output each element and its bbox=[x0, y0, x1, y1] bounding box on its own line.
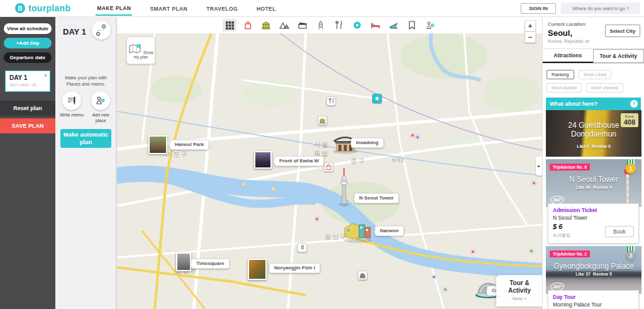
n-seoul-tower-photo: TripAdvisor No. 8 1 N Seoul Tower Like 4… bbox=[546, 159, 641, 207]
poi-dot[interactable] bbox=[242, 183, 245, 186]
sign-in-button[interactable]: SIGN IN bbox=[521, 3, 556, 14]
product-type: Admission Ticket bbox=[553, 207, 634, 213]
memo-icon bbox=[66, 95, 77, 106]
panel-expand-handle[interactable]: ► bbox=[536, 157, 542, 176]
all-categories-icon[interactable] bbox=[223, 19, 236, 31]
overlay-more-link[interactable]: More > bbox=[496, 296, 542, 301]
poi-dot[interactable] bbox=[416, 135, 419, 139]
filter-most-viewed[interactable]: Most Viewed bbox=[586, 83, 623, 93]
route-plan-button[interactable] bbox=[92, 21, 111, 40]
tab-tour-activity[interactable]: Tour & Activity bbox=[593, 49, 644, 63]
poi-dot[interactable] bbox=[432, 275, 436, 279]
selected-place-poi-icon[interactable] bbox=[372, 94, 382, 103]
schedule-sidebar: View all schedule +Add Day Departure dat… bbox=[0, 17, 55, 309]
place-label-insadong[interactable]: Insadong bbox=[351, 138, 384, 148]
attraction-card-gyeongbokgung[interactable]: TripAdvisor No. 2 2 Gyeongbokgung Palace… bbox=[546, 246, 641, 309]
filter-ranking[interactable]: Ranking bbox=[547, 70, 574, 79]
nav-smart-plan[interactable]: SMART PLAN bbox=[148, 1, 189, 15]
write-memo-label: Write memo bbox=[59, 113, 84, 118]
district-label-mapo: 마포구 bbox=[165, 150, 188, 159]
place-label-noryangjin[interactable]: Noryangjin Fish I bbox=[269, 263, 320, 273]
n-seoul-tower-3d-icon[interactable] bbox=[338, 168, 350, 207]
poi-dot[interactable] bbox=[532, 181, 536, 185]
product-panel: Admission Ticket N Seoul Tower $ 6 트래블립 … bbox=[548, 203, 639, 244]
card-title: N Seoul Tower bbox=[546, 176, 641, 184]
shopping-icon[interactable] bbox=[241, 19, 255, 31]
help-icon[interactable]: ? bbox=[630, 100, 638, 108]
place-icon[interactable] bbox=[350, 19, 364, 31]
day-panel-hint: Make your plan with Places and memo. bbox=[60, 75, 111, 87]
bookmark-icon[interactable] bbox=[405, 19, 419, 31]
place-label-itaewon[interactable]: Itaewon bbox=[375, 226, 404, 236]
poi-dot[interactable] bbox=[315, 217, 319, 221]
place-label-timesquare[interactable]: Timesquare bbox=[191, 259, 230, 269]
restaurant-icon[interactable] bbox=[332, 19, 346, 31]
poi-dot[interactable] bbox=[443, 288, 447, 291]
timesquare-thumbnail[interactable] bbox=[176, 252, 191, 271]
itaewon-3d-icon[interactable] bbox=[342, 218, 374, 244]
noryangjin-thumbnail[interactable] bbox=[248, 259, 267, 280]
book-button[interactable]: Book bbox=[605, 226, 634, 237]
add-place-label: Add new place bbox=[88, 113, 113, 124]
logo[interactable]: B tourplanb bbox=[15, 3, 70, 13]
zoom-in-button[interactable]: + bbox=[525, 20, 536, 31]
rank-badge: Rank 408 bbox=[621, 113, 638, 127]
transport-icon[interactable] bbox=[387, 19, 401, 31]
gyeongbokgung-photo: TripAdvisor No. 2 2 Gyeongbokgung Palace… bbox=[546, 246, 641, 294]
card-stats: Like 37 Review 5 bbox=[546, 272, 641, 276]
destination-search-input[interactable] bbox=[561, 3, 640, 14]
bank-poi-icon[interactable] bbox=[358, 271, 367, 280]
map-area[interactable]: Show my plan + − 마포구 서울 특별 중구 용산구 영등포 퇴계… bbox=[116, 17, 542, 309]
museum-poi-icon[interactable] bbox=[318, 116, 327, 125]
road-label-toegyero: 퇴계로 bbox=[392, 157, 405, 164]
view-all-schedule-button[interactable]: View all schedule bbox=[4, 23, 52, 34]
nav-travelog[interactable]: TRAVELOG bbox=[205, 1, 239, 15]
filter-most-added[interactable]: Most Added bbox=[547, 83, 582, 93]
nature-icon[interactable] bbox=[277, 19, 291, 31]
close-icon[interactable]: × bbox=[44, 72, 47, 79]
place-label-haneul-park[interactable]: Haneul Park bbox=[170, 140, 209, 150]
poi-dot[interactable] bbox=[411, 133, 414, 137]
chevron-right-icon: ► bbox=[537, 164, 541, 168]
nav-make-plan[interactable]: MAKE PLAN bbox=[96, 1, 132, 16]
tab-attractions[interactable]: Attractions bbox=[543, 49, 593, 63]
nav-hotel[interactable]: HOTEL bbox=[255, 1, 277, 15]
place-label-front-of-ewha[interactable]: Front of Ewha W bbox=[274, 156, 324, 166]
ewha-thumbnail[interactable] bbox=[254, 151, 272, 169]
place-label-n-seoul-tower[interactable]: N Seoul Tower bbox=[354, 193, 399, 203]
poi-dot[interactable] bbox=[272, 187, 275, 191]
day-1-card[interactable]: DAY 1 2017 / AUG / 30 × bbox=[5, 70, 50, 92]
make-automatic-plan-button[interactable]: Make automatic plan bbox=[60, 129, 111, 148]
day-panel-title: DAY 1 bbox=[63, 27, 86, 37]
museum-icon[interactable] bbox=[259, 19, 273, 31]
shopping-poi-icon[interactable] bbox=[324, 162, 333, 172]
attraction-card-guesthouse[interactable]: Rank 408 24 Guesthouse Dongdaemun Like 0… bbox=[546, 110, 641, 157]
haneul-park-thumbnail[interactable] bbox=[148, 135, 167, 154]
select-city-button[interactable]: Select City bbox=[605, 25, 640, 37]
add-day-button[interactable]: +Add Day bbox=[4, 38, 52, 48]
write-memo-button[interactable] bbox=[62, 91, 81, 110]
save-plan-button[interactable]: SAVE PLAN bbox=[0, 118, 55, 133]
hotel-icon[interactable] bbox=[369, 19, 382, 31]
topbar: B tourplanb MAKE PLAN SMART PLAN TRAVELO… bbox=[0, 0, 644, 17]
filter-most-liked[interactable]: Most Liked bbox=[579, 70, 611, 79]
attraction-card-n-seoul-tower[interactable]: TripAdvisor No. 8 1 N Seoul Tower Like 4… bbox=[546, 159, 641, 244]
attraction-poi-icon[interactable] bbox=[297, 243, 307, 252]
reset-plan-button[interactable]: Reset plan bbox=[0, 101, 55, 116]
add-place-button[interactable] bbox=[91, 91, 110, 110]
product-type: Day Tour bbox=[553, 294, 634, 300]
poi-dot[interactable] bbox=[530, 249, 533, 253]
show-my-plan-button[interactable]: Show my plan bbox=[126, 37, 155, 64]
suggestion-banner-text: What about here? bbox=[550, 101, 597, 107]
departure-date-button[interactable]: Departure date bbox=[4, 52, 52, 63]
current-country: Korea, Republic of bbox=[548, 38, 639, 44]
tour-activity-overlay[interactable]: Tour & Activity More > bbox=[496, 275, 542, 306]
product-panel: Day Tour Morning Palace Tour ₩ 38,000 트립… bbox=[548, 290, 639, 309]
tour-guide-icon[interactable] bbox=[423, 19, 437, 31]
entertainment-icon[interactable] bbox=[296, 19, 309, 31]
zoom-out-button[interactable]: − bbox=[525, 31, 536, 43]
poi-dot[interactable] bbox=[471, 250, 475, 254]
overlay-title-line1: Tour & bbox=[496, 279, 542, 287]
restaurant-poi-icon[interactable] bbox=[326, 96, 336, 106]
attraction-icon[interactable] bbox=[314, 19, 328, 31]
